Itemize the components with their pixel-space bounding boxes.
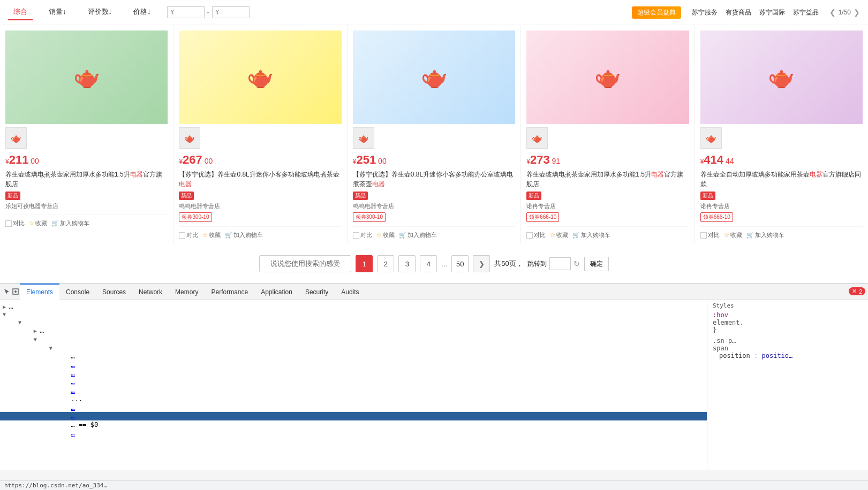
- collect-btn-1[interactable]: ☆收藏: [29, 219, 47, 227]
- page-2[interactable]: 2: [377, 255, 394, 272]
- coupon-tag-4: 领券666-10: [526, 212, 559, 222]
- compare-btn-3[interactable]: 对比: [353, 231, 372, 239]
- page-4[interactable]: 4: [420, 255, 437, 272]
- tree-line-0[interactable]: ▶…: [0, 302, 707, 311]
- product-image-5[interactable]: 🫖: [700, 30, 863, 124]
- filter-tab-价格[interactable]: 价格↓: [128, 4, 156, 20]
- product-title-1[interactable]: 养生壶玻璃电煮茶壶家用加厚水多功能1.5升电器官方旗舰店: [5, 170, 168, 189]
- tree-line-9[interactable]: …: [0, 378, 707, 386]
- tree-line-11[interactable]: ...: [0, 395, 707, 403]
- tree-toggle[interactable]: ▼: [34, 336, 40, 342]
- price-symbol: ¥: [5, 158, 9, 165]
- checkbox-icon: [353, 232, 359, 239]
- devtools-tab-audits[interactable]: Audits: [335, 284, 365, 300]
- compare-btn-1[interactable]: 对比: [5, 219, 25, 227]
- product-actions-2: 对比 ☆收藏 🛒加入购物车: [179, 226, 341, 239]
- product-thumb-2[interactable]: 🫖: [179, 127, 200, 149]
- product-title-5[interactable]: 养生壶全自动加厚玻璃多功能家用茶壶电器官方旗舰店同款: [700, 170, 863, 189]
- tree-line-15[interactable]: …: [0, 429, 707, 438]
- devtools-tab-memory[interactable]: Memory: [169, 284, 205, 300]
- product-title-3[interactable]: 【苏宁优选】养生壶0.8L升迷你小客多功能办公室玻璃电煮茶壶电器: [353, 170, 515, 189]
- tree-line-1[interactable]: ▼: [0, 311, 707, 318]
- product-title-2[interactable]: 【苏宁优选】养生壶0.8L升迷你小客多功能玻璃电煮茶壶电器: [179, 170, 341, 189]
- devtools-inspect-icon[interactable]: [11, 287, 20, 296]
- tree-line-3[interactable]: ▶…: [0, 326, 707, 335]
- tree-line-13[interactable]: …: [0, 412, 707, 420]
- tree-line-7[interactable]: …: [0, 361, 707, 369]
- add-cart-btn-3[interactable]: 🛒加入购物车: [399, 231, 437, 239]
- jump-input[interactable]: [549, 257, 571, 270]
- compare-btn-2[interactable]: 对比: [179, 231, 198, 239]
- devtools-tab-performance[interactable]: Performance: [205, 284, 254, 300]
- jump-confirm-button[interactable]: 确定: [584, 257, 609, 271]
- filter-tab-综合[interactable]: 综合: [8, 4, 33, 20]
- tree-toggle[interactable]: ▶: [34, 328, 40, 334]
- feedback-button[interactable]: 说说您使用搜索的感受: [259, 255, 351, 272]
- tree-line-2[interactable]: ▼: [0, 318, 707, 326]
- shop-name-3[interactable]: 鸣鸣电器专营店: [353, 202, 515, 210]
- tree-toggle[interactable]: ▶: [3, 304, 9, 310]
- checkbox-icon: [5, 220, 12, 227]
- add-cart-btn-5[interactable]: 🛒加入购物车: [746, 231, 784, 239]
- collect-btn-4[interactable]: ☆收藏: [550, 231, 568, 239]
- tree-line-4[interactable]: ▼: [0, 335, 707, 343]
- star-icon: ☆: [724, 232, 729, 239]
- filter-tab-销量[interactable]: 销量↓: [43, 4, 72, 20]
- compare-btn-5[interactable]: 对比: [700, 231, 720, 239]
- add-cart-btn-2[interactable]: 🛒加入购物车: [225, 231, 263, 239]
- shop-name-1[interactable]: 乐姐可孜电器专营店: [5, 202, 168, 210]
- suning-tab-select[interactable]: 苏宁益品: [793, 8, 819, 17]
- devtools-pointer-icon[interactable]: [3, 287, 11, 296]
- tree-line-8[interactable]: …: [0, 369, 707, 378]
- devtools-tab-sources[interactable]: Sources: [96, 284, 132, 300]
- collect-btn-2[interactable]: ☆收藏: [202, 231, 221, 239]
- price-symbol: ¥: [526, 158, 530, 165]
- cart-icon: 🛒: [572, 232, 580, 239]
- collect-btn-5[interactable]: ☆收藏: [724, 231, 742, 239]
- compare-btn-4[interactable]: 对比: [526, 231, 546, 239]
- add-cart-btn-4[interactable]: 🛒加入购物车: [572, 231, 610, 239]
- tree-line-6[interactable]: …: [0, 352, 707, 361]
- product-thumb-3[interactable]: 🫖: [353, 127, 374, 149]
- suning-tab-service[interactable]: 苏宁服务: [692, 8, 718, 17]
- product-title-4[interactable]: 养生壶玻璃电煮茶壶家用加厚水多功能1.5升电器官方旗舰店: [526, 170, 689, 189]
- devtools-tab-network[interactable]: Network: [132, 284, 169, 300]
- filter-tab-评价数[interactable]: 评价数↓: [82, 4, 118, 20]
- price-to-input[interactable]: [212, 6, 250, 18]
- price-from-input[interactable]: [167, 6, 205, 18]
- devtools-tab-application[interactable]: Application: [254, 284, 299, 300]
- product-image-2[interactable]: 🫖: [179, 30, 341, 124]
- tree-toggle[interactable]: ▼: [49, 345, 56, 351]
- tree-toggle[interactable]: ▼: [18, 319, 25, 325]
- product-image-1[interactable]: 🫖: [5, 30, 168, 124]
- page-3[interactable]: 3: [398, 255, 416, 272]
- style-prop-value: positio…: [761, 352, 792, 359]
- tree-line-10[interactable]: …: [0, 386, 707, 395]
- tree-toggle[interactable]: ▼: [3, 311, 9, 317]
- shop-name-4[interactable]: 诺冉专营店: [526, 202, 689, 210]
- tree-line-14[interactable]: … == $0: [0, 420, 707, 429]
- shop-name-2[interactable]: 鸣鸣电器专营店: [179, 202, 341, 210]
- page-50[interactable]: 50: [451, 255, 469, 272]
- suning-tab-available[interactable]: 有货商品: [726, 8, 751, 17]
- page-1[interactable]: 1: [356, 255, 373, 272]
- suning-tab-international[interactable]: 苏宁国际: [759, 8, 785, 17]
- devtools-tab-security[interactable]: Security: [299, 284, 335, 300]
- page-next[interactable]: ❯: [473, 255, 490, 272]
- pagination-wrap: 说说您使用搜索的感受 1 2 3 4 ... 50 ❯ 共50页， 跳转到 ↻ …: [0, 244, 868, 283]
- product-thumb-1[interactable]: 🫖: [5, 127, 27, 149]
- collect-btn-3[interactable]: ☆收藏: [376, 231, 395, 239]
- product-image-3[interactable]: 🫖: [353, 30, 515, 124]
- member-badge[interactable]: 超级会员盘典: [632, 6, 681, 19]
- devtools-tab-elements[interactable]: Elements: [20, 284, 59, 300]
- next-page-arrow[interactable]: ❯: [854, 8, 860, 17]
- product-thumb-4[interactable]: 🫖: [526, 127, 548, 149]
- tree-line-12[interactable]: …: [0, 403, 707, 412]
- devtools-tab-console[interactable]: Console: [59, 284, 96, 300]
- prev-page-arrow[interactable]: ❮: [829, 8, 836, 17]
- add-cart-btn-1[interactable]: 🛒加入购物车: [51, 219, 89, 227]
- product-thumb-5[interactable]: 🫖: [700, 127, 722, 149]
- product-image-4[interactable]: 🫖: [526, 30, 689, 124]
- tree-line-5[interactable]: ▼: [0, 343, 707, 352]
- shop-name-5[interactable]: 诺冉专营店: [700, 202, 863, 210]
